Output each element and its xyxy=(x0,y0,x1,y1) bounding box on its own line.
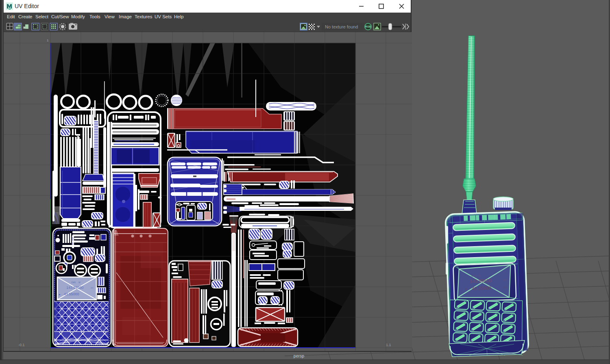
svg-text:002: 002 xyxy=(503,279,508,281)
svg-text:W: W xyxy=(78,281,81,284)
svg-text:►: ► xyxy=(465,287,468,291)
svg-text:CMS: CMS xyxy=(71,281,76,284)
svg-text:No texture found: No texture found xyxy=(325,24,358,29)
svg-text:143.55500: 143.55500 xyxy=(470,278,492,284)
svg-text:001: 001 xyxy=(503,286,508,288)
svg-text:002: 002 xyxy=(91,287,94,289)
svg-text:persp: persp xyxy=(294,353,304,358)
svg-text:*: * xyxy=(455,338,456,342)
svg-text:143.55500: 143.55500 xyxy=(66,286,84,290)
svg-text:1.1: 1.1 xyxy=(386,343,391,347)
svg-text:43.55000: 43.55000 xyxy=(64,292,79,296)
svg-text:-0.1: -0.1 xyxy=(18,343,25,347)
svg-text:RGB: RGB xyxy=(365,25,371,28)
svg-text:CMS W: CMS W xyxy=(471,275,481,277)
svg-text:►: ► xyxy=(59,293,61,296)
svg-text:B: B xyxy=(503,318,505,322)
svg-text:43.55000: 43.55000 xyxy=(472,286,491,291)
svg-text:1: 1 xyxy=(47,39,49,42)
svg-text:C: C xyxy=(503,329,505,333)
